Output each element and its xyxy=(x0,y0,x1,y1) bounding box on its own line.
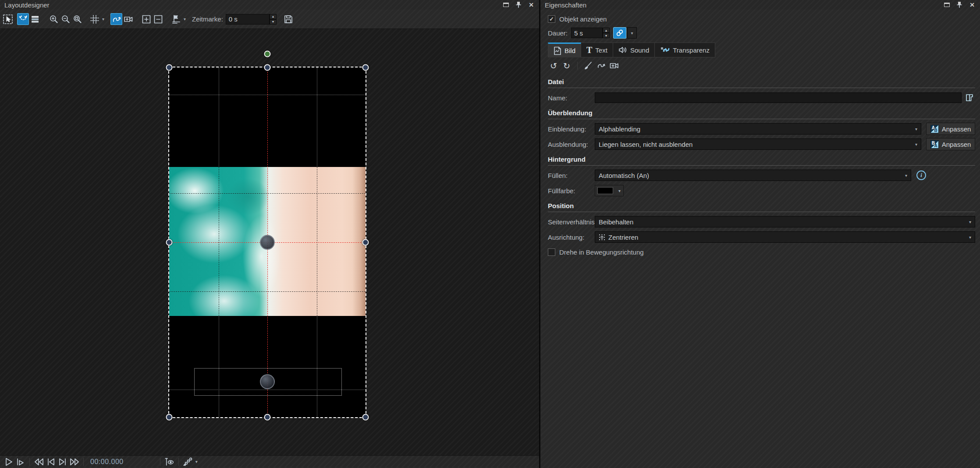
caret-down-icon: ▾ xyxy=(969,220,971,224)
adjust-label: Anpassen xyxy=(942,141,971,148)
resize-handle-bottom-left[interactable] xyxy=(166,414,173,421)
jump-forward-button[interactable] xyxy=(68,456,80,468)
info-icon[interactable]: i xyxy=(916,170,926,180)
align-value: Zentrieren xyxy=(608,234,966,241)
layers-button[interactable] xyxy=(29,13,41,25)
tab-bild[interactable]: Bild xyxy=(548,43,581,57)
zeitmarke-label: Zeitmarke: xyxy=(192,15,223,23)
aspect-dropdown[interactable]: Beibehalten ▾ xyxy=(595,216,975,227)
layout-designer-panel: Layoutdesigner ✕ ▾ xyxy=(0,0,539,468)
marker-visibility-button[interactable] xyxy=(163,456,175,468)
skip-to-start-button[interactable] xyxy=(45,456,57,468)
play-button[interactable] xyxy=(3,456,14,468)
align-dropdown[interactable]: Zentrieren ▾ xyxy=(595,231,975,243)
object-show-checkbox[interactable]: ✓ xyxy=(548,15,555,23)
tab-label: Text xyxy=(595,46,607,54)
fade-out-adjust-button[interactable]: B A Anpassen xyxy=(926,138,975,150)
text-icon: T xyxy=(586,45,592,55)
spin-up-icon[interactable]: ▲ xyxy=(603,28,610,33)
path-edit-button[interactable] xyxy=(17,13,29,25)
spin-up-icon[interactable]: ▲ xyxy=(270,14,277,19)
timemark-dropdown-caret[interactable]: ▾ xyxy=(182,17,188,21)
caret-down-icon: ▾ xyxy=(629,31,635,35)
camera-button[interactable] xyxy=(122,13,134,25)
fill-row: Füllen: Automatisch (An) ▾ i xyxy=(548,170,975,181)
tab-text[interactable]: T Text xyxy=(581,43,613,57)
select-tool-button[interactable] xyxy=(2,13,14,25)
caret-down-icon: ▾ xyxy=(905,173,907,178)
save-button[interactable] xyxy=(283,13,295,25)
timemark-flag-button[interactable] xyxy=(170,13,182,25)
slide-object[interactable] xyxy=(169,67,366,417)
separator xyxy=(83,458,84,466)
aspect-value: Beibehalten xyxy=(599,218,966,226)
fade-ab-icon: A B xyxy=(930,125,939,133)
tab-label: Bild xyxy=(565,47,575,54)
rotate-ccw-icon[interactable]: ↺ xyxy=(548,60,559,71)
tab-transparenz[interactable]: Transparenz xyxy=(655,43,715,57)
remove-object-button[interactable] xyxy=(152,13,164,25)
resize-handle-middle-left[interactable] xyxy=(166,239,173,246)
fade-in-adjust-button[interactable]: A B Anpassen xyxy=(926,123,975,135)
resize-handle-bottom-center[interactable] xyxy=(264,414,271,421)
resize-handle-top-right[interactable] xyxy=(362,64,369,71)
name-row: Name: xyxy=(548,92,975,103)
restore-icon[interactable] xyxy=(942,1,951,8)
zoom-fit-button[interactable] xyxy=(71,13,83,25)
properties-tabbar: Bild T Text Sound Transparenz xyxy=(548,43,975,57)
caret-down-icon: ▾ xyxy=(915,142,917,147)
playback-time: 00:00.000 xyxy=(90,458,124,466)
section-datei: Datei xyxy=(548,78,975,88)
brush-icon[interactable] xyxy=(582,60,594,71)
keyframes-dropdown-caret[interactable]: ▾ xyxy=(194,459,199,464)
resize-handle-middle-right[interactable] xyxy=(362,239,369,246)
link-options-dropdown[interactable]: ▾ xyxy=(627,27,637,39)
close-icon[interactable]: ✕ xyxy=(968,1,976,8)
rotation-handle[interactable] xyxy=(264,51,271,57)
pin-icon[interactable] xyxy=(955,1,964,8)
align-center-icon xyxy=(599,234,605,241)
move-handle-safe-area[interactable] xyxy=(260,374,275,389)
move-handle-center[interactable] xyxy=(260,235,275,250)
fade-in-label: Einblendung: xyxy=(548,125,595,133)
keyframes-button[interactable] xyxy=(182,456,194,468)
fill-dropdown[interactable]: Automatisch (An) ▾ xyxy=(595,170,911,181)
restore-icon[interactable] xyxy=(501,1,510,8)
fade-out-dropdown[interactable]: Liegen lassen, nicht ausblenden ▾ xyxy=(595,138,921,150)
resize-handle-top-left[interactable] xyxy=(166,64,173,71)
layout-canvas[interactable] xyxy=(0,29,539,455)
pin-icon[interactable] xyxy=(514,1,523,8)
file-browse-button[interactable] xyxy=(964,92,975,103)
ab-letter: B xyxy=(934,128,937,133)
fade-in-dropdown[interactable]: Alphablending ▾ xyxy=(595,123,921,135)
resize-handle-top-center[interactable] xyxy=(264,64,271,71)
close-icon[interactable]: ✕ xyxy=(527,1,536,8)
jump-back-button[interactable] xyxy=(33,456,45,468)
skip-to-end-button[interactable] xyxy=(57,456,68,468)
camera-icon[interactable] xyxy=(609,60,620,71)
motion-path-button[interactable] xyxy=(110,13,122,25)
zeitmarke-input[interactable] xyxy=(226,14,270,25)
zoom-in-button[interactable] xyxy=(48,13,60,25)
tab-sound[interactable]: Sound xyxy=(613,43,655,57)
fade-in-value: Alphablending xyxy=(599,125,913,133)
zoom-out-button[interactable] xyxy=(60,13,71,25)
restore-glyph xyxy=(944,3,950,7)
grid-button[interactable] xyxy=(89,13,100,25)
add-object-button[interactable] xyxy=(140,13,152,25)
play-from-marker-button[interactable] xyxy=(14,456,26,468)
link-duration-button[interactable] xyxy=(613,27,626,39)
spin-down-icon[interactable]: ▼ xyxy=(603,33,610,38)
name-input[interactable] xyxy=(595,92,962,103)
motion-path-icon[interactable] xyxy=(596,60,607,71)
fade-out-value: Liegen lassen, nicht ausblenden xyxy=(599,141,913,148)
spin-down-icon[interactable]: ▼ xyxy=(270,19,277,25)
duration-input[interactable] xyxy=(571,28,603,38)
resize-handle-bottom-right[interactable] xyxy=(362,414,369,421)
rotate-cw-icon[interactable]: ↻ xyxy=(561,60,572,71)
fill-value: Automatisch (An) xyxy=(599,172,902,179)
fill-color-picker[interactable]: ▾ xyxy=(595,185,624,196)
grid-dropdown-caret[interactable]: ▾ xyxy=(100,17,106,21)
rotate-motion-checkbox[interactable] xyxy=(548,248,555,256)
layout-designer-toolbar: ▾ ▾ Zeitmarke: ▲ ▼ xyxy=(0,10,539,29)
